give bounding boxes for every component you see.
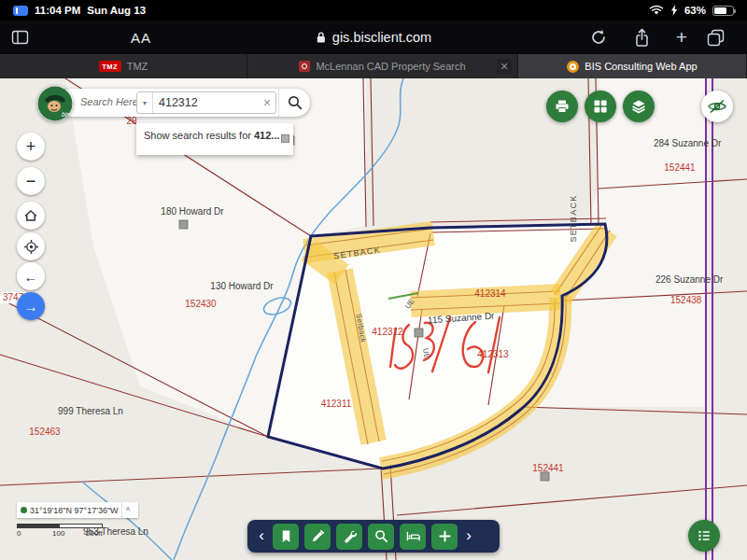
- search-type-dropdown[interactable]: ▾: [137, 92, 153, 113]
- tab-bar: TMZ TMZ McLennan CAD Property Search ✕ B…: [0, 54, 747, 78]
- parcel-label: 152438: [670, 295, 702, 305]
- tab-overview-button[interactable]: [707, 21, 725, 54]
- search-pill: Search Here: ▾ 412312 ✕: [58, 89, 310, 117]
- url-text: gis.bisclient.com: [332, 30, 431, 45]
- identify-tool-button[interactable]: [368, 524, 394, 550]
- grid-icon: [593, 99, 608, 114]
- address-bar[interactable]: gis.bisclient.com: [316, 21, 431, 54]
- search-suggestion[interactable]: Show search results for 412...: [136, 123, 293, 155]
- share-icon: [634, 28, 650, 48]
- add-tool-button[interactable]: [431, 524, 458, 550]
- battery-icon: [712, 6, 734, 16]
- bookmark-tool-button[interactable]: [273, 524, 299, 550]
- lock-icon: [316, 31, 327, 44]
- parcel-label: 412314: [474, 288, 506, 299]
- zoom-in-button[interactable]: +: [17, 133, 45, 161]
- location-dot-icon: [21, 507, 27, 513]
- parcel-label: 412311: [321, 399, 352, 409]
- scale-tick: 100: [52, 529, 64, 538]
- bis-logo-text: bis: [62, 111, 70, 118]
- visibility-toggle-button[interactable]: [701, 91, 733, 122]
- close-tab-button[interactable]: ✕: [497, 59, 512, 74]
- legend-button[interactable]: [688, 520, 720, 552]
- search-widget: Search Here: ▾ 412312 ✕: [37, 86, 317, 123]
- list-icon: [697, 528, 712, 543]
- bed-icon: [406, 529, 420, 543]
- scale-tick: 200ft: [86, 529, 103, 538]
- suggestion-marker: [281, 134, 289, 143]
- refresh-button[interactable]: [590, 21, 607, 54]
- status-bar: 11:04 PM Sun Aug 13 63%: [0, 0, 747, 21]
- scale-bar: 0 100 200ft: [17, 524, 110, 538]
- parcel-label: 152441: [664, 162, 696, 173]
- coordinates-readout: 31°19'18"N 97°17'36"W ^: [17, 502, 138, 518]
- parcel-label: 152441: [532, 463, 564, 473]
- sidebar-toggle-button[interactable]: [11, 21, 29, 54]
- forward-button[interactable]: →: [17, 292, 45, 320]
- road-label: UE: [421, 347, 431, 359]
- tab-bis-consulting[interactable]: BIS Consulting Web App: [518, 54, 747, 78]
- tab-mclennan-cad[interactable]: McLennan CAD Property Search ✕: [247, 54, 518, 78]
- layers-button[interactable]: [623, 91, 655, 122]
- print-button[interactable]: [546, 91, 578, 122]
- wifi-icon: [649, 5, 664, 16]
- share-button[interactable]: [634, 21, 650, 54]
- street-label: 999 Theresa Ln: [58, 406, 123, 416]
- tab-label: TMZ: [127, 61, 148, 72]
- street-label: 284 Suzanne Dr: [654, 138, 722, 148]
- street-label: 180 Howard Dr: [161, 206, 224, 217]
- coordinates-expand-button[interactable]: ^: [121, 502, 134, 518]
- carousel-prev-button[interactable]: ‹: [256, 527, 267, 546]
- search-input[interactable]: ▾ 412312 ✕: [136, 91, 276, 114]
- tabs-icon: [707, 29, 725, 47]
- chevron-down-icon: ▾: [143, 99, 147, 107]
- home-button[interactable]: [17, 202, 45, 230]
- battery-percent: 63%: [684, 5, 706, 16]
- parcel-label: 152463: [29, 427, 61, 437]
- draw-tool-button[interactable]: [304, 524, 331, 550]
- layers-icon: [631, 99, 646, 114]
- tab-tmz[interactable]: TMZ TMZ: [0, 54, 247, 78]
- search-submit-button[interactable]: [278, 89, 310, 117]
- locate-button[interactable]: [17, 232, 45, 260]
- forward-arrow-icon: →: [24, 299, 38, 315]
- plus-icon: [438, 529, 452, 543]
- locate-icon: [23, 239, 39, 255]
- home-icon: [23, 208, 38, 223]
- bis-favicon: [567, 61, 579, 73]
- tab-label: McLennan CAD Property Search: [316, 61, 465, 72]
- ipad-screen: 11:04 PM Sun Aug 13 63% AA: [0, 0, 747, 560]
- basemap-button[interactable]: [585, 91, 616, 122]
- status-date: Sun Aug 13: [87, 5, 146, 16]
- zoom-out-button[interactable]: −: [17, 167, 45, 195]
- reader-options-button[interactable]: AA: [131, 21, 151, 54]
- map-viewport[interactable]: 206 Howard Dr 180 Howard Dr 130 Howard D…: [0, 78, 747, 560]
- coordinates-text: 31°19'18"N 97°17'36"W: [30, 506, 119, 515]
- bis-logo: bis: [37, 86, 73, 121]
- parcel-label: 412313: [477, 349, 509, 359]
- chevron-up-icon: ^: [126, 506, 130, 515]
- tools-button[interactable]: [336, 524, 362, 550]
- map-canvas[interactable]: 206 Howard Dr 180 Howard Dr 130 Howard D…: [0, 78, 747, 560]
- street-label: 130 Howard Dr: [210, 281, 274, 291]
- lodging-tool-button[interactable]: [400, 524, 426, 550]
- tmz-favicon: TMZ: [99, 61, 121, 72]
- suggestion-term: 412...: [254, 130, 280, 141]
- pencil-icon: [311, 529, 325, 543]
- carousel-next-button[interactable]: ›: [463, 527, 474, 546]
- parcel-label: 412312: [372, 327, 403, 337]
- bookmark-icon: [279, 529, 293, 543]
- minus-icon: −: [26, 172, 36, 191]
- clear-search-button[interactable]: ✕: [259, 97, 275, 109]
- search-icon: [288, 95, 303, 110]
- tab-label: BIS Consulting Web App: [585, 61, 697, 72]
- new-tab-button[interactable]: +: [676, 21, 687, 54]
- printer-icon: [555, 99, 570, 114]
- road-label: SETBACK: [569, 194, 578, 242]
- scale-tick: 0: [17, 529, 21, 538]
- magnifier-icon: [374, 529, 388, 543]
- back-button[interactable]: ←: [17, 262, 45, 290]
- search-value: 412312: [153, 96, 259, 109]
- mclennan-favicon: [299, 61, 310, 72]
- back-arrow-icon: ←: [24, 269, 38, 285]
